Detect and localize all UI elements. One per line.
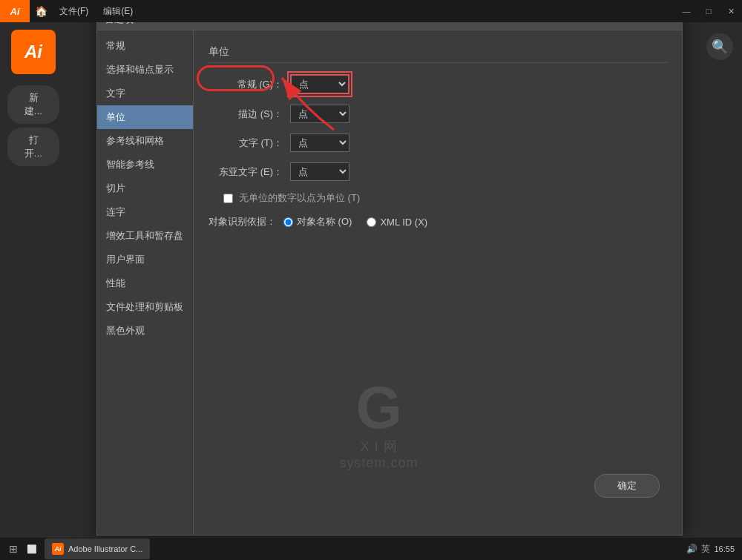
section-title-units: 单位 <box>209 45 667 63</box>
taskbar-ai-app[interactable]: Ai Adobe Illustrator C... <box>45 538 150 559</box>
object-id-radio-row: 对象识别依据： 对象名称 (O) XML ID (X) <box>209 215 667 228</box>
home-icon[interactable]: 🏠 <box>30 0 52 22</box>
preferences-dialog: 首选项 ✕ 常规 选择和锚点显示 文字 单位 参考线和网格 智能参考线 切片 连… <box>96 7 683 536</box>
app-logo-menu: Ai <box>0 0 30 22</box>
ok-button[interactable]: 确定 <box>594 474 660 498</box>
search-icon[interactable]: 🔍 <box>706 33 733 60</box>
unitless-checkbox[interactable] <box>223 194 233 203</box>
radio-option-xml: XML ID (X) <box>367 217 427 228</box>
taskbar-app-logo: Ai <box>52 543 64 555</box>
ok-button-row: 确定 <box>594 474 660 498</box>
taskbar-app-label: Adobe Illustrator C... <box>68 544 142 553</box>
general-unit-row: 常规 (G)： 点 像素 派卡 英寸 毫米 厘米 <box>209 74 667 94</box>
text-unit-select[interactable]: 点 像素 派卡 英寸 毫米 厘米 <box>290 134 349 152</box>
text-unit-row: 文字 (T)： 点 像素 派卡 英寸 毫米 厘米 <box>209 134 667 152</box>
stroke-unit-row: 描边 (S)： 点 像素 派卡 英寸 毫米 厘米 <box>209 105 667 123</box>
east-asian-unit-row: 东亚文字 (E)： 点 像素 派卡 英寸 毫米 厘米 <box>209 162 667 181</box>
menu-edit[interactable]: 编辑(E) <box>96 0 140 22</box>
unitless-checkbox-label: 无单位的数字以点为单位 (T) <box>239 191 360 205</box>
nav-item-general[interactable]: 常规 <box>97 34 193 58</box>
taskbar-time: 16:55 <box>714 544 735 553</box>
radio-xml-id-label: XML ID (X) <box>380 217 427 228</box>
nav-item-guides[interactable]: 参考线和网格 <box>97 129 193 153</box>
menu-file[interactable]: 文件(F) <box>52 0 96 22</box>
maximize-button[interactable]: □ <box>697 0 720 22</box>
new-button[interactable]: 新建... <box>7 85 59 124</box>
sidebar-logo: Ai <box>11 30 56 74</box>
nav-item-text[interactable]: 文字 <box>97 82 193 105</box>
east-asian-unit-select[interactable]: 点 像素 派卡 英寸 毫米 厘米 <box>290 162 349 181</box>
start-button[interactable]: ⊞ <box>4 540 22 559</box>
nav-item-units[interactable]: 单位 <box>97 105 193 129</box>
minimize-button[interactable]: — <box>675 0 697 22</box>
nav-item-ui[interactable]: 用户界面 <box>97 248 193 271</box>
nav-item-smart-guides[interactable]: 智能参考线 <box>97 153 193 177</box>
nav-item-plugins[interactable]: 增效工具和暂存盘 <box>97 224 193 248</box>
east-asian-unit-label: 东亚文字 (E)： <box>209 165 283 179</box>
left-sidebar: Ai 新建... 打开... <box>0 22 67 538</box>
radio-xml-id[interactable] <box>367 217 376 227</box>
general-unit-select[interactable]: 点 像素 派卡 英寸 毫米 厘米 <box>290 74 349 94</box>
stroke-unit-select[interactable]: 点 像素 派卡 英寸 毫米 厘米 <box>290 105 349 123</box>
nav-item-file-handling[interactable]: 文件处理和剪贴板 <box>97 295 193 319</box>
dialog-body: 常规 选择和锚点显示 文字 单位 参考线和网格 智能参考线 切片 连字 增效工具… <box>97 30 682 535</box>
radio-object-name[interactable] <box>283 217 293 227</box>
taskbar-sound-icon[interactable]: 🔊 <box>686 544 697 554</box>
open-button[interactable]: 打开... <box>7 128 59 166</box>
taskbar: ⊞ ⬜ Ai Adobe Illustrator C... 🔊 英 16:55 <box>0 538 742 560</box>
taskbar-lang-icon[interactable]: 英 <box>701 543 710 556</box>
dialog-content: 单位 常规 (G)： 点 像素 派卡 英寸 毫米 厘米 描边 (S)： 点 像素 <box>194 30 682 535</box>
nav-item-slices[interactable]: 切片 <box>97 177 193 200</box>
text-unit-label: 文字 (T)： <box>209 136 283 150</box>
nav-item-black-appearance[interactable]: 黑色外观 <box>97 319 193 343</box>
nav-item-hyphenation[interactable]: 连字 <box>97 200 193 224</box>
top-menubar: Ai 🏠 文件(F) 编辑(E) — □ ✕ <box>0 0 742 22</box>
general-unit-label: 常规 (G)： <box>209 78 283 91</box>
window-controls: — □ ✕ <box>675 0 742 22</box>
nav-item-selection[interactable]: 选择和锚点显示 <box>97 58 193 82</box>
object-id-label: 对象识别依据： <box>209 215 276 228</box>
close-button[interactable]: ✕ <box>720 0 742 22</box>
radio-option-name: 对象名称 (O) <box>283 215 352 228</box>
dialog-nav: 常规 选择和锚点显示 文字 单位 参考线和网格 智能参考线 切片 连字 增效工具… <box>97 30 194 535</box>
menu-items: 文件(F) 编辑(E) <box>52 0 140 22</box>
right-panel: 🔍 <box>697 22 742 538</box>
stroke-unit-label: 描边 (S)： <box>209 108 283 121</box>
unitless-checkbox-row: 无单位的数字以点为单位 (T) <box>223 191 667 205</box>
task-view-button[interactable]: ⬜ <box>22 540 41 559</box>
nav-item-performance[interactable]: 性能 <box>97 271 193 295</box>
radio-object-name-label: 对象名称 (O) <box>297 215 352 228</box>
taskbar-right: 🔊 英 16:55 <box>686 543 738 556</box>
